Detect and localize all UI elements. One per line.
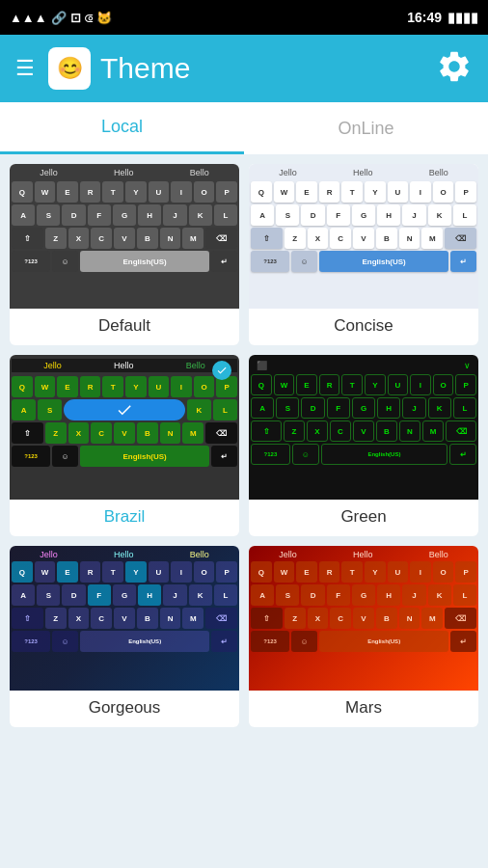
theme-preview-brazil: Jello Hello Bello QWERTYUIOP AS KL ⇧ZXCV… xyxy=(10,355,239,500)
theme-label-concise: Concise xyxy=(249,309,478,345)
signal-icon: ▲▲▲ xyxy=(10,11,47,25)
theme-label-green: Green xyxy=(249,500,478,536)
keyboard-preview-green: ⬛ ∨ QWERTYUIOP ASDFGHJKL ⇧ZXCVBNM⌫ ?123☺… xyxy=(249,355,478,500)
photo-icon: ⊡ xyxy=(70,11,81,25)
status-bar: ▲▲▲ 🔗 ⊡ ⟃ 🐱 16:49 ▮▮▮▮ xyxy=(0,0,488,35)
tab-online[interactable]: OnLine xyxy=(244,102,488,154)
status-right: 16:49 ▮▮▮▮ xyxy=(407,10,478,25)
theme-item-concise[interactable]: JelloHelloBello QWERTYUIOP ASDFGHJKL ⇧ZX… xyxy=(249,164,478,345)
settings-button[interactable] xyxy=(436,48,473,89)
status-left: ▲▲▲ 🔗 ⊡ ⟃ 🐱 xyxy=(10,11,112,25)
theme-preview-concise: JelloHelloBello QWERTYUIOP ASDFGHJKL ⇧ZX… xyxy=(249,164,478,309)
hamburger-icon[interactable]: ☰ xyxy=(15,56,35,81)
theme-preview-gorgeous: Jello Hello Bello QWERTYUIOP ASDFGHJKL ⇧… xyxy=(10,546,239,691)
theme-item-default[interactable]: JelloHelloBello QWERTYUIOP ASDFGHJKL ⇧ZX… xyxy=(10,164,239,345)
bluetooth-icon: ⟃ xyxy=(85,11,93,25)
keyboard-preview-brazil: Jello Hello Bello QWERTYUIOP AS KL ⇧ZXCV… xyxy=(10,355,239,500)
theme-label-brazil: Brazil xyxy=(10,500,239,536)
theme-item-brazil[interactable]: Jello Hello Bello QWERTYUIOP AS KL ⇧ZXCV… xyxy=(10,355,239,536)
keyboard-emoji: 😊 xyxy=(57,56,83,81)
tabs: Local OnLine xyxy=(0,102,488,154)
battery-icon: ▮▮▮▮ xyxy=(447,10,478,25)
theme-preview-mars: Jello Hello Bello QWERTYUIOP ASDFGHJKL ⇧… xyxy=(249,546,478,691)
clock: 16:49 xyxy=(407,10,442,25)
page-title: Theme xyxy=(100,52,190,85)
keyboard-preview-concise: JelloHelloBello QWERTYUIOP ASDFGHJKL ⇧ZX… xyxy=(249,164,478,309)
wifi-icon: 🔗 xyxy=(51,11,67,25)
theme-preview-default: JelloHelloBello QWERTYUIOP ASDFGHJKL ⇧ZX… xyxy=(10,164,239,309)
notification-icon: 🐱 xyxy=(96,11,112,25)
theme-label-default: Default xyxy=(10,309,239,345)
tab-local[interactable]: Local xyxy=(0,102,244,154)
keyboard-preview-gorgeous: Jello Hello Bello QWERTYUIOP ASDFGHJKL ⇧… xyxy=(10,546,239,691)
header-left: ☰ 😊 Theme xyxy=(15,47,190,90)
keyboard-preview-mars: Jello Hello Bello QWERTYUIOP ASDFGHJKL ⇧… xyxy=(249,546,478,691)
app-icon: 😊 xyxy=(48,47,91,90)
theme-label-gorgeous: Gorgeous xyxy=(10,691,239,727)
theme-item-green[interactable]: ⬛ ∨ QWERTYUIOP ASDFGHJKL ⇧ZXCVBNM⌫ ?123☺… xyxy=(249,355,478,536)
theme-item-mars[interactable]: Jello Hello Bello QWERTYUIOP ASDFGHJKL ⇧… xyxy=(249,546,478,727)
keyboard-preview: JelloHelloBello QWERTYUIOP ASDFGHJKL ⇧ZX… xyxy=(10,164,239,309)
theme-item-gorgeous[interactable]: Jello Hello Bello QWERTYUIOP ASDFGHJKL ⇧… xyxy=(10,546,239,727)
theme-label-mars: Mars xyxy=(249,691,478,727)
header: ☰ 😊 Theme xyxy=(0,35,488,102)
theme-preview-green: ⬛ ∨ QWERTYUIOP ASDFGHJKL ⇧ZXCVBNM⌫ ?123☺… xyxy=(249,355,478,500)
theme-grid: JelloHelloBello QWERTYUIOP ASDFGHJKL ⇧ZX… xyxy=(0,154,488,727)
